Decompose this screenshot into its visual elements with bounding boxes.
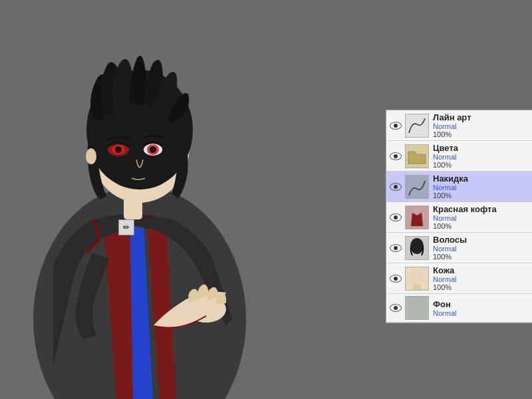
layer-thumbnail: [405, 236, 429, 260]
layer-opacity: 100%: [433, 222, 529, 230]
layer-mode: Normal: [433, 245, 529, 253]
layer-visibility-toggle[interactable]: [389, 272, 402, 285]
layer-thumbnail: [405, 205, 429, 229]
character-illustration: [0, 0, 319, 399]
layer-visibility-toggle[interactable]: [389, 301, 402, 315]
layer-visibility-toggle[interactable]: [389, 150, 402, 163]
layer-name: Цвета: [433, 143, 529, 153]
layer-visibility-toggle[interactable]: [389, 241, 402, 255]
layer-mode: Normal: [433, 275, 529, 283]
layer-visibility-toggle[interactable]: [389, 119, 402, 132]
layer-name: Кожа: [433, 265, 529, 275]
layer-mode: Normal: [433, 184, 529, 192]
layer-thumbnail: [405, 267, 429, 291]
layer-opacity: 100%: [433, 283, 529, 291]
svg-point-7: [115, 146, 122, 153]
eye-icon: [390, 183, 402, 191]
layer-row[interactable]: Красная кофта Normal 100%: [386, 202, 532, 233]
svg-point-11: [86, 148, 96, 164]
layer-mode: Normal: [433, 122, 529, 130]
layer-mode: Normal: [433, 153, 529, 161]
eye-icon: [390, 275, 402, 283]
layer-row[interactable]: Цвета Normal 100%: [386, 141, 532, 172]
layer-name: Лайн арт: [433, 112, 529, 122]
layer-info: Кожа Normal 100%: [433, 265, 529, 291]
layer-name: Красная кофта: [433, 204, 529, 214]
layer-thumbnail: [405, 175, 429, 199]
layer-row[interactable]: Волосы Normal 100%: [386, 233, 532, 263]
layer-opacity: 100%: [433, 192, 529, 200]
layer-opacity: 100%: [433, 130, 529, 138]
layer-info: Цвета Normal 100%: [433, 143, 529, 169]
svg-point-18: [410, 238, 424, 254]
svg-point-10: [150, 146, 156, 153]
layer-row-fon[interactable]: Фон Normal: [386, 294, 532, 323]
layer-visibility-toggle[interactable]: [389, 211, 402, 224]
layer-visibility-toggle[interactable]: [389, 180, 402, 194]
layer-info: Волосы Normal 100%: [433, 235, 529, 261]
layer-info: Красная кофта Normal 100%: [433, 204, 529, 230]
layer-row-selected[interactable]: Накидка Normal 100%: [386, 172, 532, 202]
layers-panel: Лайн арт Normal 100% Цвета Normal 100%: [386, 110, 532, 323]
layer-opacity: 100%: [433, 253, 529, 261]
eye-icon: [390, 304, 402, 312]
layer-name: Волосы: [433, 235, 529, 245]
layer-thumbnail: [405, 114, 429, 138]
floating-tool-indicator: ✏: [118, 219, 134, 235]
eye-icon: [390, 213, 402, 221]
layer-opacity: 100%: [433, 161, 529, 169]
layer-row[interactable]: Кожа Normal 100%: [386, 263, 532, 294]
svg-point-20: [411, 271, 423, 285]
svg-rect-13: [406, 114, 428, 137]
pen-tool-icon: ✏: [123, 223, 130, 232]
layer-mode: Normal: [433, 214, 529, 222]
eye-icon: [390, 122, 402, 130]
layer-name: Накидка: [433, 174, 529, 184]
layer-info: Накидка Normal 100%: [433, 174, 529, 200]
layer-row[interactable]: Лайн арт Normal 100%: [386, 110, 532, 141]
layer-thumbnail-folder: [405, 144, 429, 168]
layer-info: Лайн арт Normal 100%: [433, 112, 529, 138]
eye-icon: [390, 244, 402, 252]
eye-icon: [390, 152, 402, 160]
